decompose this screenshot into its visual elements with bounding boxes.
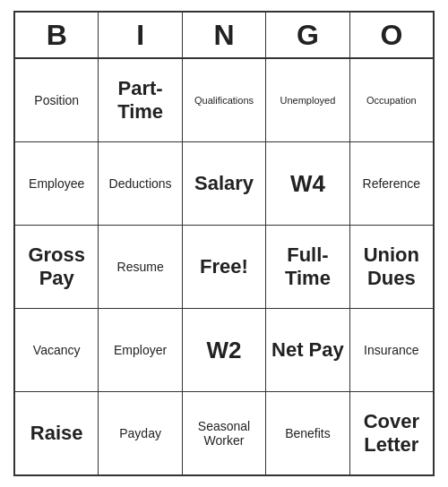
bingo-row-2: Gross PayResumeFree!Full-TimeUnion Dues xyxy=(15,226,433,309)
bingo-cell-3-2: W2 xyxy=(183,309,266,391)
bingo-row-3: VacancyEmployerW2Net PayInsurance xyxy=(15,309,433,392)
bingo-row-4: RaisePaydaySeasonal WorkerBenefitsCover … xyxy=(15,392,433,474)
bingo-row-0: PositionPart-TimeQualificationsUnemploye… xyxy=(15,59,433,142)
bingo-cell-3-3: Net Pay xyxy=(266,309,349,391)
bingo-cell-1-2: Salary xyxy=(183,142,266,225)
bingo-cell-2-3: Full-Time xyxy=(266,226,349,308)
bingo-cell-1-0: Employee xyxy=(15,142,99,225)
header-letter-G: G xyxy=(266,13,349,57)
header-letter-N: N xyxy=(183,13,266,57)
bingo-cell-4-0: Raise xyxy=(15,392,99,474)
bingo-cell-3-0: Vacancy xyxy=(15,309,99,391)
bingo-body: PositionPart-TimeQualificationsUnemploye… xyxy=(15,59,433,474)
bingo-cell-4-3: Benefits xyxy=(266,392,349,474)
bingo-cell-4-1: Payday xyxy=(99,392,182,474)
bingo-header: BINGO xyxy=(15,13,433,59)
header-letter-O: O xyxy=(350,13,433,57)
bingo-cell-2-0: Gross Pay xyxy=(15,226,99,308)
bingo-cell-0-3: Unemployed xyxy=(266,59,349,141)
bingo-cell-0-1: Part-Time xyxy=(99,59,182,141)
bingo-cell-1-3: W4 xyxy=(266,142,349,225)
bingo-cell-4-2: Seasonal Worker xyxy=(183,392,266,474)
header-letter-I: I xyxy=(99,13,182,57)
bingo-cell-0-4: Occupation xyxy=(350,59,433,141)
header-letter-B: B xyxy=(15,13,99,57)
bingo-card: BINGO PositionPart-TimeQualificationsUne… xyxy=(13,11,435,476)
bingo-cell-1-1: Deductions xyxy=(99,142,182,225)
bingo-cell-2-1: Resume xyxy=(99,226,182,308)
bingo-cell-2-4: Union Dues xyxy=(350,226,433,308)
bingo-cell-0-0: Position xyxy=(15,59,99,141)
bingo-cell-3-4: Insurance xyxy=(350,309,433,391)
bingo-cell-4-4: Cover Letter xyxy=(350,392,433,474)
bingo-row-1: EmployeeDeductionsSalaryW4Reference xyxy=(15,142,433,226)
bingo-cell-2-2: Free! xyxy=(183,226,266,308)
bingo-cell-1-4: Reference xyxy=(350,142,433,225)
bingo-cell-3-1: Employer xyxy=(99,309,182,391)
bingo-cell-0-2: Qualifications xyxy=(183,59,266,141)
